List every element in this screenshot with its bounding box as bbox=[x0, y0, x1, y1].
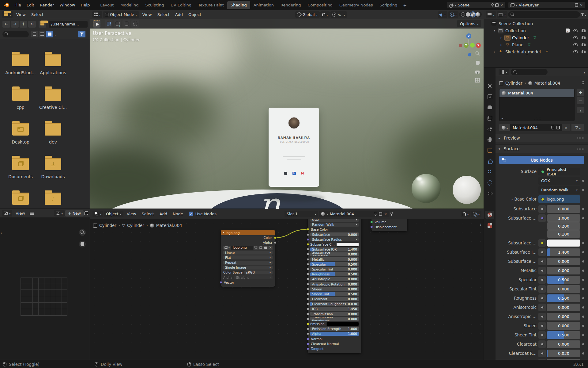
dropdown-ggx[interactable]: GGX bbox=[538, 177, 580, 185]
input-socket[interactable] bbox=[307, 283, 309, 286]
file-menu-view[interactable]: View bbox=[13, 12, 28, 17]
socket-chip[interactable] bbox=[538, 313, 546, 320]
viewport-menu-object[interactable]: Object bbox=[186, 12, 204, 17]
properties-tab-data[interactable] bbox=[485, 200, 494, 208]
link-object-data-selector[interactable]: ▽ bbox=[571, 124, 584, 131]
display-horizontal-list-button[interactable] bbox=[39, 31, 45, 37]
slider-transmission-roughness[interactable]: Transmission Roughness0.000 bbox=[310, 317, 359, 321]
camera-orbit-dot[interactable] bbox=[468, 53, 471, 56]
use-nodes-checkbox[interactable]: ✓ Use Nodes bbox=[189, 212, 217, 216]
vector-socket[interactable] bbox=[220, 281, 222, 284]
image-datablock-row[interactable]: logo.png bbox=[221, 245, 275, 250]
workspace-tab-animation[interactable]: Animation bbox=[250, 1, 277, 9]
properties-tab-physics[interactable] bbox=[485, 178, 494, 186]
shader-type-selector[interactable]: Object bbox=[104, 211, 123, 217]
menu-edit[interactable]: Edit bbox=[24, 3, 37, 7]
color-swatch[interactable] bbox=[336, 243, 359, 247]
socket-chip[interactable] bbox=[538, 258, 546, 265]
input-socket[interactable] bbox=[307, 308, 309, 310]
remove-slot-button[interactable]: − bbox=[577, 97, 584, 104]
workspace-tab-uv-editing[interactable]: UV Editing bbox=[167, 1, 195, 9]
select-mode-subtract-button[interactable] bbox=[123, 20, 130, 28]
socket-chip[interactable] bbox=[538, 214, 546, 222]
material-slot-item[interactable]: Material.004 bbox=[499, 89, 574, 97]
pin-icon[interactable] bbox=[390, 212, 393, 216]
mode-selector[interactable]: Object Mode bbox=[103, 11, 139, 18]
outliner-item-plane[interactable]: ▸▽Plane▽ bbox=[484, 41, 588, 48]
sidebar-expand-arrow[interactable]: › bbox=[1, 231, 2, 235]
node-dropdown-row[interactable]: Linear bbox=[221, 250, 275, 255]
node-dropdown-row[interactable]: Single Image bbox=[221, 265, 275, 270]
bsdf-row-clearcoat[interactable]: Clearcoat0.000 bbox=[308, 297, 361, 301]
input-socket[interactable] bbox=[307, 298, 309, 301]
bsdf-row-base-color[interactable]: Base Color bbox=[308, 227, 361, 232]
properties-tab-world[interactable] bbox=[485, 136, 494, 144]
workspace-tab-layout[interactable]: Layout bbox=[97, 1, 117, 9]
decorator-dot[interactable] bbox=[582, 270, 584, 272]
decorator-dot[interactable] bbox=[582, 242, 584, 244]
slider-roughness[interactable]: 0.500 bbox=[547, 294, 580, 302]
sidebar-collapse-arrow[interactable]: ‹ bbox=[480, 222, 481, 228]
gizmo-y-axis[interactable]: Y bbox=[464, 43, 469, 48]
active-tool-tweak-button[interactable] bbox=[93, 20, 100, 28]
folder-item[interactable] bbox=[4, 190, 37, 209]
slider-specular[interactable]: 0.500 bbox=[547, 276, 580, 284]
new-image-button[interactable]: New bbox=[65, 210, 84, 217]
zoom-icon[interactable] bbox=[79, 229, 86, 236]
folder-item-cpp[interactable]: cpp bbox=[4, 86, 37, 121]
file-search-input[interactable] bbox=[2, 31, 29, 37]
properties-tab-render[interactable] bbox=[485, 93, 494, 101]
bsdf-row-roughness[interactable]: Roughness0.500 bbox=[308, 272, 361, 277]
slider-sheen-tint[interactable]: Sheen Tint0.500 bbox=[310, 292, 359, 296]
bsdf-row-emission-strength[interactable]: Emission Strength1.000 bbox=[308, 326, 361, 331]
folder-item[interactable] bbox=[37, 190, 69, 209]
editor-type-button[interactable] bbox=[92, 211, 103, 217]
decorator-dot[interactable] bbox=[582, 288, 584, 290]
viewport-3d[interactable]: n NAMAN BARKIYA FULL STACK DEVELOPER in … bbox=[90, 10, 484, 209]
workspace-tab-sculpting[interactable]: Sculpting bbox=[142, 1, 167, 9]
bsdf-row-sheen[interactable]: Sheen0.000 bbox=[308, 287, 361, 292]
breadcrumb-cylinder[interactable]: Cylinder bbox=[127, 223, 144, 228]
add-workspace-button[interactable]: + bbox=[401, 1, 409, 10]
properties-tab-scene[interactable] bbox=[485, 125, 494, 133]
output-node-row-volume[interactable]: Volume bbox=[371, 220, 407, 224]
fake-user-icon[interactable] bbox=[551, 126, 554, 129]
bsdf-row-normal[interactable]: Normal bbox=[308, 336, 361, 341]
menu-help[interactable]: Help bbox=[78, 3, 93, 7]
input-socket[interactable] bbox=[307, 317, 309, 320]
workspace-tab-shading[interactable]: Shading bbox=[227, 1, 250, 9]
input-socket[interactable] bbox=[307, 342, 309, 345]
input-socket[interactable] bbox=[370, 221, 373, 224]
unlink-material-icon[interactable] bbox=[384, 212, 387, 216]
path-field[interactable]: /Users/nama... bbox=[49, 21, 88, 28]
socket-chip[interactable] bbox=[538, 239, 546, 247]
folder-item-desktop[interactable]: Desktop bbox=[4, 121, 37, 155]
bsdf-row-subsurface-anisotropy[interactable]: Subsurface Anisotropy0.000 bbox=[308, 252, 361, 257]
bsdf-row-clearcoat-normal[interactable]: Clearcoat Normal bbox=[308, 341, 361, 346]
shader-menu-add[interactable]: Add bbox=[157, 212, 170, 216]
color-swatch[interactable] bbox=[547, 239, 580, 247]
bsdf-row-specular[interactable]: Specular0.500 bbox=[308, 262, 361, 267]
dropdown-random-walk[interactable]: Random Walk bbox=[310, 223, 359, 227]
material-preview-shading-button[interactable] bbox=[471, 12, 475, 17]
camera-view-icon[interactable] bbox=[475, 71, 480, 74]
remove-viewlayer-icon[interactable] bbox=[580, 3, 583, 7]
gizmo-z-axis[interactable]: Z bbox=[466, 33, 471, 39]
select-mode-new-button[interactable] bbox=[105, 20, 112, 28]
back-button[interactable]: ← bbox=[2, 21, 10, 28]
bsdf-row-transmission-roughness[interactable]: Transmission Roughness0.000 bbox=[308, 316, 361, 321]
shader-menu-view[interactable]: View bbox=[124, 212, 139, 216]
new-material-icon[interactable] bbox=[556, 126, 560, 129]
dropdown-flat[interactable]: Flat bbox=[223, 255, 273, 259]
new-scene-icon[interactable] bbox=[495, 3, 499, 7]
image-field-logo-png[interactable]: logo.png bbox=[538, 195, 580, 203]
pin-icon[interactable] bbox=[491, 3, 494, 7]
bsdf-row-clearcoat-roughness[interactable]: Clearcoat Roughness0.030 bbox=[308, 301, 361, 306]
input-socket[interactable] bbox=[307, 268, 309, 270]
bsdf-row-anisotropic-rotation[interactable]: Anisotropic Rotation0.000 bbox=[308, 282, 361, 286]
new-material-icon[interactable] bbox=[379, 212, 382, 216]
collapsed-arrow-icon[interactable]: ▸ bbox=[500, 43, 503, 46]
display-vertical-list-button[interactable] bbox=[31, 31, 38, 37]
eye-visibility-icon[interactable] bbox=[573, 29, 578, 33]
slider-metallic[interactable]: Metallic0.000 bbox=[310, 257, 359, 261]
